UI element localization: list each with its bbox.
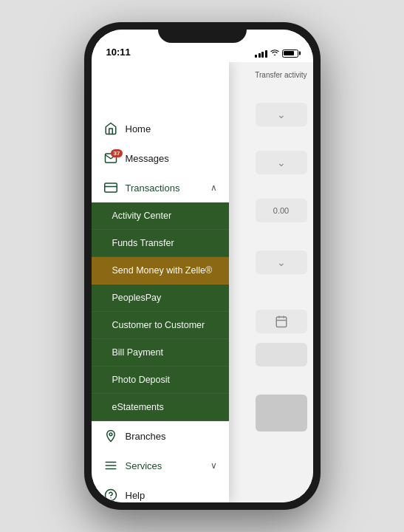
phone-screen: 10:11 Tran — [92, 30, 313, 502]
transactions-label: Transactions — [126, 183, 210, 194]
services-chevron: ∨ — [210, 460, 217, 471]
help-label: Help — [126, 490, 217, 501]
submenu-item-peoples-pay[interactable]: PeoplesPay — [92, 284, 229, 312]
chevron-down-icon-3: ⌄ — [277, 256, 286, 268]
submenu-item-funds-transfer[interactable]: Funds Transfer — [92, 230, 229, 257]
chevron-down-icon-2: ⌄ — [277, 157, 286, 168]
services-icon — [103, 458, 118, 473]
funds-transfer-label: Funds Transfer — [112, 238, 174, 248]
submenu-item-bill-payment[interactable]: Bill Payment — [92, 339, 229, 366]
services-label: Services — [126, 460, 210, 471]
menu-item-home[interactable]: Home — [92, 114, 229, 143]
signal-bars-icon — [255, 50, 267, 58]
menu-item-services[interactable]: Services ∨ — [92, 451, 229, 480]
svg-rect-4 — [104, 183, 117, 192]
menu-item-messages[interactable]: Messages 37 — [92, 143, 229, 173]
phone-frame: 10:11 Tran — [84, 22, 321, 510]
submenu-item-c2c[interactable]: Customer to Customer — [92, 312, 229, 339]
main-content: Transfer activity ⌄ ⌄ 0.00 ⌄ — [92, 62, 313, 502]
status-icons — [255, 49, 298, 58]
branches-icon — [103, 429, 118, 443]
amount-value: 0.00 — [273, 206, 289, 215]
transactions-icon — [103, 180, 118, 195]
zelle-label: Send Money with Zelle® — [112, 265, 213, 276]
wifi-icon — [270, 49, 279, 58]
notch — [158, 22, 247, 43]
submenu-item-activity-center[interactable]: Activity Center — [92, 202, 229, 230]
chevron-down-icon-1: ⌄ — [277, 109, 286, 120]
home-icon — [103, 121, 118, 136]
panel-item-calendar — [256, 310, 307, 333]
submenu-item-estatements[interactable]: eStatements — [92, 394, 229, 421]
transfer-activity-label: Transfer activity — [255, 71, 307, 79]
home-label: Home — [126, 123, 217, 134]
messages-label: Messages — [126, 153, 217, 164]
status-time: 10:11 — [106, 47, 131, 58]
panel-item-3: ⌄ — [256, 250, 307, 274]
transactions-submenu: Activity Center Funds Transfer Send Mone… — [92, 202, 229, 421]
messages-badge: 37 — [111, 149, 123, 157]
menu-overlay: Home Messages 37 — [92, 62, 229, 502]
c2c-label: Customer to Customer — [112, 320, 205, 330]
estatements-label: eStatements — [112, 402, 164, 412]
svg-point-6 — [109, 433, 112, 436]
right-panel: Transfer activity ⌄ ⌄ 0.00 ⌄ — [225, 62, 313, 502]
panel-item-1: ⌄ — [256, 103, 307, 126]
activity-center-label: Activity Center — [112, 211, 172, 221]
panel-item-button — [256, 395, 307, 432]
svg-rect-0 — [276, 317, 287, 327]
menu-item-branches[interactable]: Branches — [92, 421, 229, 451]
panel-item-2: ⌄ — [256, 151, 307, 174]
panel-item-amount: 0.00 — [256, 199, 307, 222]
menu-item-transactions[interactable]: Transactions ∧ — [92, 173, 229, 202]
menu-item-help[interactable]: Help — [92, 480, 229, 502]
help-icon — [103, 488, 118, 502]
bill-payment-label: Bill Payment — [112, 347, 163, 358]
battery-icon — [282, 50, 298, 58]
branches-label: Branches — [126, 431, 217, 442]
submenu-item-zelle[interactable]: Send Money with Zelle® — [92, 257, 229, 284]
transactions-chevron-up: ∧ — [210, 183, 217, 193]
calendar-icon — [275, 315, 288, 328]
photo-deposit-label: Photo Deposit — [112, 375, 171, 385]
peoples-pay-label: PeoplesPay — [112, 293, 162, 303]
submenu-item-photo-deposit[interactable]: Photo Deposit — [92, 366, 229, 394]
panel-item-4 — [256, 343, 307, 366]
